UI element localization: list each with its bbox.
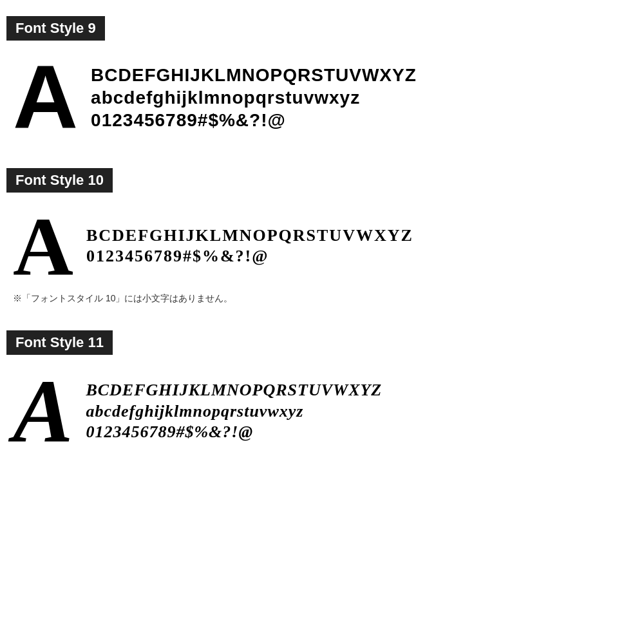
font-style-9-line-1: BCDEFGHIJKLMNOPQRSTUVWXYZ [91,64,417,86]
font-style-10-big-letter: A [13,204,73,288]
font-style-9-char-lines: BCDEFGHIJKLMNOPQRSTUVWXYZ abcdefghijklmn… [91,64,417,131]
font-style-9-big-letter: A [13,52,78,142]
page-container: Font Style 9 A BCDEFGHIJKLMNOPQRSTUVWXYZ… [0,0,644,644]
font-style-9-line-3: 0123456789#$%&?!@ [91,109,417,131]
font-style-10-title: Font Style 10 [6,168,113,193]
font-style-11-title: Font Style 11 [6,330,113,355]
font-style-10-demo: A BCDEFGHIJKLMNOPQRSTUVWXYZ 0123456789#$… [6,204,631,288]
font-style-11-line-3: 0123456789#$%&?!@ [86,422,382,443]
font-style-9-title: Font Style 9 [6,16,105,41]
font-style-9-line-2: abcdefghijklmnopqrstuvwxyz [91,86,417,109]
font-style-10-line-1: BCDEFGHIJKLMNOPQRSTUVWXYZ [86,225,413,247]
font-style-10-section: Font Style 10 A BCDEFGHIJKLMNOPQRSTUVWXY… [6,165,631,308]
font-style-11-section: Font Style 11 A BCDEFGHIJKLMNOPQRSTUVWXY… [6,327,631,460]
font-style-9-demo: A BCDEFGHIJKLMNOPQRSTUVWXYZ abcdefghijkl… [6,52,631,142]
font-style-9-section: Font Style 9 A BCDEFGHIJKLMNOPQRSTUVWXYZ… [6,13,631,146]
font-style-11-big-letter: A [13,366,73,457]
font-style-11-char-lines: BCDEFGHIJKLMNOPQRSTUVWXYZ abcdefghijklmn… [86,380,382,443]
font-style-10-char-lines: BCDEFGHIJKLMNOPQRSTUVWXYZ 0123456789#$%&… [86,225,413,267]
font-style-11-line-2: abcdefghijklmnopqrstuvwxyz [86,401,382,422]
font-style-11-line-1: BCDEFGHIJKLMNOPQRSTUVWXYZ [86,380,382,401]
font-style-10-line-2: 0123456789#$%&?!@ [86,246,413,267]
font-style-11-demo: A BCDEFGHIJKLMNOPQRSTUVWXYZ abcdefghijkl… [6,366,631,457]
font-style-10-note: ※「フォントスタイル 10」には小文字はありません。 [13,293,631,305]
